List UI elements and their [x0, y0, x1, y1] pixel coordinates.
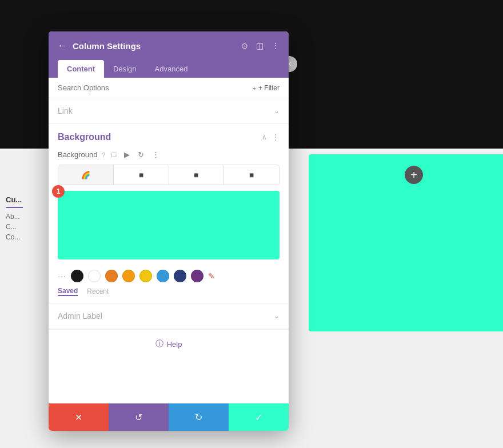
- bg-type-image[interactable]: ◾: [169, 165, 225, 185]
- bg-type-color[interactable]: 🌈: [58, 165, 114, 185]
- search-input[interactable]: [58, 83, 154, 92]
- swatch-blue[interactable]: [157, 270, 169, 282]
- section-header-right: ∧ ⋮: [262, 133, 280, 142]
- recent-tab[interactable]: Recent: [87, 287, 109, 296]
- background-type-tabs: 🌈 ◾ ◾ ◾: [58, 165, 280, 185]
- background-label-row: Background ? □ ▶ ↻ ⋮: [49, 147, 289, 165]
- sidebar-content: Cu... Ab... C... Co...: [0, 189, 51, 249]
- modal-header-right: ⊙ ◫ ⋮: [241, 41, 280, 50]
- focus-icon[interactable]: ⊙: [241, 41, 248, 50]
- bg-icon-btn-more[interactable]: ⋮: [150, 149, 161, 160]
- tab-content[interactable]: Content: [58, 60, 104, 78]
- help-question-icon[interactable]: ?: [102, 151, 105, 158]
- saved-recent-row: Saved Recent: [49, 285, 289, 303]
- swatch-purple[interactable]: [191, 270, 203, 282]
- section-more-icon[interactable]: ⋮: [272, 133, 280, 142]
- undo-button[interactable]: ↺: [109, 403, 169, 431]
- sidebar-label: Cu...: [6, 195, 22, 204]
- swatch-white[interactable]: [88, 270, 101, 282]
- bg-icon-btn-2[interactable]: ▶: [122, 149, 131, 160]
- filter-button[interactable]: + + Filter: [253, 84, 280, 92]
- chevron-down-icon: ⌄: [274, 107, 280, 115]
- swatch-black[interactable]: [71, 270, 83, 282]
- sidebar-divider: [6, 207, 23, 208]
- help-section: ⓘ Help: [49, 329, 289, 358]
- bg-icon-btn-1[interactable]: □: [110, 149, 118, 160]
- color-swatch-icon: 🌈: [81, 171, 90, 179]
- bg-type-gradient[interactable]: ◾: [114, 165, 169, 185]
- filter-label: + Filter: [258, 84, 280, 92]
- cancel-button[interactable]: ✕: [49, 403, 109, 431]
- admin-chevron-icon: ⌄: [274, 312, 280, 320]
- tab-advanced[interactable]: Advanced: [146, 60, 197, 78]
- column-settings-modal: ← Column Settings ⊙ ◫ ⋮ Content Design A…: [49, 31, 289, 431]
- bg-type-video[interactable]: ◾: [224, 165, 279, 185]
- modal-footer: ✕ ↺ ↻ ✓: [49, 403, 289, 431]
- admin-label-text: Admin Label: [58, 311, 102, 321]
- split-icon[interactable]: ◫: [256, 41, 264, 50]
- help-label[interactable]: Help: [167, 340, 182, 349]
- swatch-orange[interactable]: [105, 270, 118, 282]
- sidebar-link-3[interactable]: Co...: [6, 233, 46, 241]
- background-section-header: Background ∧ ⋮: [49, 124, 289, 147]
- link-label: Link: [58, 106, 73, 115]
- help-circle-icon: ⓘ: [155, 339, 163, 349]
- sidebar-link-2[interactable]: C...: [6, 223, 46, 231]
- filter-icon: +: [253, 85, 256, 91]
- cancel-icon: ✕: [75, 412, 82, 423]
- layer-number: 1: [52, 185, 65, 198]
- redo-button[interactable]: ↻: [169, 403, 229, 431]
- search-bar: + + Filter: [49, 78, 289, 98]
- color-swatches-row: ··· ✎: [49, 266, 289, 285]
- more-icon[interactable]: ⋮: [272, 41, 280, 50]
- image-icon: ◾: [191, 171, 201, 179]
- swatch-dark-blue[interactable]: [174, 270, 186, 282]
- sidebar-link-1[interactable]: Ab...: [6, 213, 46, 221]
- swatch-yellow-orange[interactable]: [122, 270, 135, 282]
- video-icon: ◾: [247, 171, 256, 179]
- background-teal: [309, 154, 503, 331]
- saved-tab[interactable]: Saved: [58, 287, 78, 296]
- save-icon: ✓: [255, 412, 262, 423]
- more-swatches-icon[interactable]: ···: [58, 271, 66, 281]
- modal-title: Column Settings: [73, 41, 141, 51]
- modal-header: ← Column Settings ⊙ ◫ ⋮: [49, 31, 289, 60]
- modal-header-left: ← Column Settings: [58, 41, 141, 51]
- background-label: Background: [58, 150, 97, 159]
- modal-body: + + Filter Link ⌄ Background ∧ ⋮ Backgro…: [49, 78, 289, 403]
- background-section-title: Background: [58, 132, 111, 142]
- modal-tabs: Content Design Advanced: [49, 60, 289, 78]
- redo-icon: ↻: [195, 412, 202, 423]
- pen-icon[interactable]: ✎: [208, 271, 215, 281]
- admin-label-section[interactable]: Admin Label ⌄: [49, 303, 289, 329]
- undo-icon: ↺: [135, 412, 142, 423]
- tab-design[interactable]: Design: [104, 60, 145, 78]
- bg-icon-btn-reset[interactable]: ↻: [136, 149, 146, 160]
- swatch-yellow[interactable]: [139, 270, 152, 282]
- gradient-icon: ◾: [137, 171, 146, 179]
- color-preview-wrapper: 1: [58, 191, 280, 259]
- back-icon[interactable]: ←: [58, 41, 67, 51]
- collapse-icon[interactable]: ∧: [262, 133, 267, 141]
- link-section[interactable]: Link ⌄: [49, 98, 289, 124]
- save-button[interactable]: ✓: [229, 403, 289, 431]
- plus-button[interactable]: +: [405, 166, 423, 184]
- color-preview-box[interactable]: [58, 191, 280, 259]
